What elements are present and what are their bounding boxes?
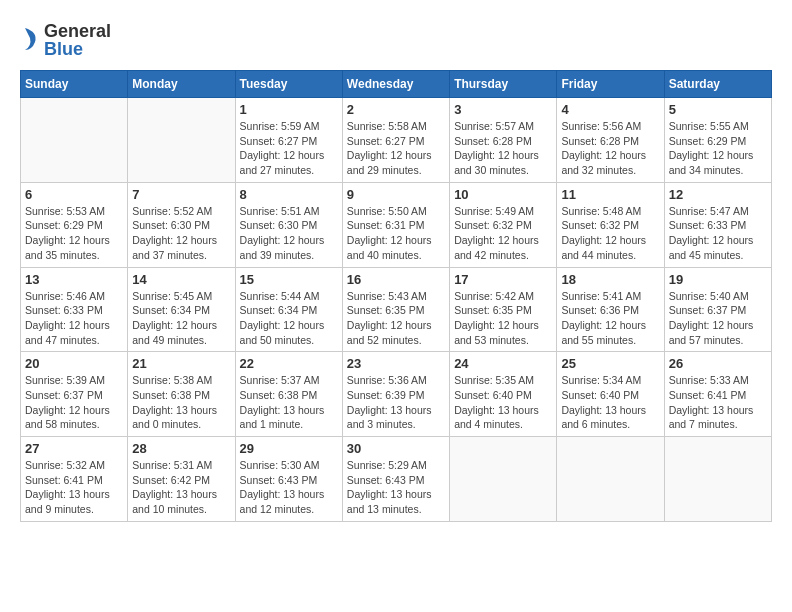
- day-info: Sunrise: 5:49 AM Sunset: 6:32 PM Dayligh…: [454, 204, 552, 263]
- day-number: 1: [240, 102, 338, 117]
- day-number: 8: [240, 187, 338, 202]
- day-info: Sunrise: 5:57 AM Sunset: 6:28 PM Dayligh…: [454, 119, 552, 178]
- calendar-cell: 4Sunrise: 5:56 AM Sunset: 6:28 PM Daylig…: [557, 98, 664, 183]
- day-info: Sunrise: 5:29 AM Sunset: 6:43 PM Dayligh…: [347, 458, 445, 517]
- day-header-friday: Friday: [557, 71, 664, 98]
- calendar-cell: 1Sunrise: 5:59 AM Sunset: 6:27 PM Daylig…: [235, 98, 342, 183]
- day-number: 15: [240, 272, 338, 287]
- day-info: Sunrise: 5:41 AM Sunset: 6:36 PM Dayligh…: [561, 289, 659, 348]
- calendar-cell: 16Sunrise: 5:43 AM Sunset: 6:35 PM Dayli…: [342, 267, 449, 352]
- header: GeneralBlue: [20, 20, 772, 60]
- calendar-cell: [21, 98, 128, 183]
- calendar-cell: [128, 98, 235, 183]
- day-info: Sunrise: 5:31 AM Sunset: 6:42 PM Dayligh…: [132, 458, 230, 517]
- calendar-cell: [450, 437, 557, 522]
- calendar-cell: 5Sunrise: 5:55 AM Sunset: 6:29 PM Daylig…: [664, 98, 771, 183]
- day-info: Sunrise: 5:51 AM Sunset: 6:30 PM Dayligh…: [240, 204, 338, 263]
- calendar-cell: 21Sunrise: 5:38 AM Sunset: 6:38 PM Dayli…: [128, 352, 235, 437]
- calendar-cell: 13Sunrise: 5:46 AM Sunset: 6:33 PM Dayli…: [21, 267, 128, 352]
- calendar-cell: 29Sunrise: 5:30 AM Sunset: 6:43 PM Dayli…: [235, 437, 342, 522]
- calendar-week-row: 1Sunrise: 5:59 AM Sunset: 6:27 PM Daylig…: [21, 98, 772, 183]
- day-number: 12: [669, 187, 767, 202]
- calendar-week-row: 27Sunrise: 5:32 AM Sunset: 6:41 PM Dayli…: [21, 437, 772, 522]
- day-number: 29: [240, 441, 338, 456]
- day-header-saturday: Saturday: [664, 71, 771, 98]
- day-number: 14: [132, 272, 230, 287]
- day-number: 7: [132, 187, 230, 202]
- calendar-cell: 24Sunrise: 5:35 AM Sunset: 6:40 PM Dayli…: [450, 352, 557, 437]
- day-info: Sunrise: 5:39 AM Sunset: 6:37 PM Dayligh…: [25, 373, 123, 432]
- day-number: 17: [454, 272, 552, 287]
- calendar-cell: 30Sunrise: 5:29 AM Sunset: 6:43 PM Dayli…: [342, 437, 449, 522]
- day-number: 20: [25, 356, 123, 371]
- day-info: Sunrise: 5:50 AM Sunset: 6:31 PM Dayligh…: [347, 204, 445, 263]
- day-number: 6: [25, 187, 123, 202]
- calendar-cell: 14Sunrise: 5:45 AM Sunset: 6:34 PM Dayli…: [128, 267, 235, 352]
- day-info: Sunrise: 5:48 AM Sunset: 6:32 PM Dayligh…: [561, 204, 659, 263]
- day-number: 22: [240, 356, 338, 371]
- day-number: 23: [347, 356, 445, 371]
- day-number: 28: [132, 441, 230, 456]
- day-info: Sunrise: 5:38 AM Sunset: 6:38 PM Dayligh…: [132, 373, 230, 432]
- calendar-week-row: 13Sunrise: 5:46 AM Sunset: 6:33 PM Dayli…: [21, 267, 772, 352]
- day-info: Sunrise: 5:40 AM Sunset: 6:37 PM Dayligh…: [669, 289, 767, 348]
- day-number: 24: [454, 356, 552, 371]
- logo-general-text: General: [44, 22, 111, 40]
- day-header-monday: Monday: [128, 71, 235, 98]
- day-info: Sunrise: 5:59 AM Sunset: 6:27 PM Dayligh…: [240, 119, 338, 178]
- day-info: Sunrise: 5:37 AM Sunset: 6:38 PM Dayligh…: [240, 373, 338, 432]
- calendar-cell: 27Sunrise: 5:32 AM Sunset: 6:41 PM Dayli…: [21, 437, 128, 522]
- day-info: Sunrise: 5:55 AM Sunset: 6:29 PM Dayligh…: [669, 119, 767, 178]
- day-number: 27: [25, 441, 123, 456]
- calendar-cell: 12Sunrise: 5:47 AM Sunset: 6:33 PM Dayli…: [664, 182, 771, 267]
- logo-blue-text: Blue: [44, 40, 111, 58]
- day-number: 9: [347, 187, 445, 202]
- calendar-cell: 6Sunrise: 5:53 AM Sunset: 6:29 PM Daylig…: [21, 182, 128, 267]
- day-number: 21: [132, 356, 230, 371]
- calendar-cell: 20Sunrise: 5:39 AM Sunset: 6:37 PM Dayli…: [21, 352, 128, 437]
- day-info: Sunrise: 5:32 AM Sunset: 6:41 PM Dayligh…: [25, 458, 123, 517]
- day-info: Sunrise: 5:42 AM Sunset: 6:35 PM Dayligh…: [454, 289, 552, 348]
- day-number: 30: [347, 441, 445, 456]
- logo: GeneralBlue: [20, 20, 111, 60]
- day-number: 5: [669, 102, 767, 117]
- calendar-cell: 11Sunrise: 5:48 AM Sunset: 6:32 PM Dayli…: [557, 182, 664, 267]
- day-header-wednesday: Wednesday: [342, 71, 449, 98]
- day-number: 19: [669, 272, 767, 287]
- day-number: 26: [669, 356, 767, 371]
- day-number: 4: [561, 102, 659, 117]
- calendar-cell: 28Sunrise: 5:31 AM Sunset: 6:42 PM Dayli…: [128, 437, 235, 522]
- calendar-week-row: 6Sunrise: 5:53 AM Sunset: 6:29 PM Daylig…: [21, 182, 772, 267]
- day-number: 11: [561, 187, 659, 202]
- day-info: Sunrise: 5:43 AM Sunset: 6:35 PM Dayligh…: [347, 289, 445, 348]
- day-header-thursday: Thursday: [450, 71, 557, 98]
- day-info: Sunrise: 5:52 AM Sunset: 6:30 PM Dayligh…: [132, 204, 230, 263]
- day-number: 25: [561, 356, 659, 371]
- day-info: Sunrise: 5:47 AM Sunset: 6:33 PM Dayligh…: [669, 204, 767, 263]
- day-number: 18: [561, 272, 659, 287]
- day-info: Sunrise: 5:34 AM Sunset: 6:40 PM Dayligh…: [561, 373, 659, 432]
- calendar-cell: 8Sunrise: 5:51 AM Sunset: 6:30 PM Daylig…: [235, 182, 342, 267]
- calendar-cell: 17Sunrise: 5:42 AM Sunset: 6:35 PM Dayli…: [450, 267, 557, 352]
- day-info: Sunrise: 5:56 AM Sunset: 6:28 PM Dayligh…: [561, 119, 659, 178]
- calendar-cell: 7Sunrise: 5:52 AM Sunset: 6:30 PM Daylig…: [128, 182, 235, 267]
- calendar-table: SundayMondayTuesdayWednesdayThursdayFrid…: [20, 70, 772, 522]
- day-info: Sunrise: 5:33 AM Sunset: 6:41 PM Dayligh…: [669, 373, 767, 432]
- calendar-cell: 3Sunrise: 5:57 AM Sunset: 6:28 PM Daylig…: [450, 98, 557, 183]
- calendar-cell: [664, 437, 771, 522]
- calendar-cell: 10Sunrise: 5:49 AM Sunset: 6:32 PM Dayli…: [450, 182, 557, 267]
- day-number: 3: [454, 102, 552, 117]
- calendar-cell: 9Sunrise: 5:50 AM Sunset: 6:31 PM Daylig…: [342, 182, 449, 267]
- calendar-week-row: 20Sunrise: 5:39 AM Sunset: 6:37 PM Dayli…: [21, 352, 772, 437]
- calendar-cell: 15Sunrise: 5:44 AM Sunset: 6:34 PM Dayli…: [235, 267, 342, 352]
- day-number: 2: [347, 102, 445, 117]
- day-info: Sunrise: 5:53 AM Sunset: 6:29 PM Dayligh…: [25, 204, 123, 263]
- day-header-tuesday: Tuesday: [235, 71, 342, 98]
- calendar-cell: 18Sunrise: 5:41 AM Sunset: 6:36 PM Dayli…: [557, 267, 664, 352]
- calendar-cell: 23Sunrise: 5:36 AM Sunset: 6:39 PM Dayli…: [342, 352, 449, 437]
- day-info: Sunrise: 5:30 AM Sunset: 6:43 PM Dayligh…: [240, 458, 338, 517]
- calendar-cell: 2Sunrise: 5:58 AM Sunset: 6:27 PM Daylig…: [342, 98, 449, 183]
- calendar-header-row: SundayMondayTuesdayWednesdayThursdayFrid…: [21, 71, 772, 98]
- logo-arrow-icon: [20, 20, 40, 60]
- calendar-cell: 22Sunrise: 5:37 AM Sunset: 6:38 PM Dayli…: [235, 352, 342, 437]
